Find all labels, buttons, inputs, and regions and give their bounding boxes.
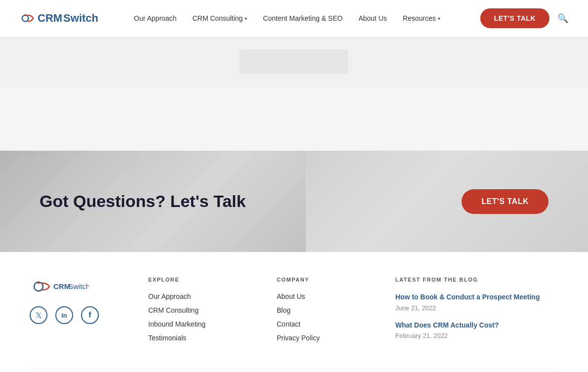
blog-post-1-title[interactable]: How to Book & Conduct a Prospect Meeting bbox=[395, 292, 558, 302]
facebook-icon: f bbox=[88, 311, 91, 320]
footer-logo-area: CRM Switch 𝕏 in f bbox=[30, 277, 128, 348]
logo-text: CRMSwitch bbox=[38, 12, 98, 25]
twitter-link[interactable]: 𝕏 bbox=[30, 306, 47, 324]
footer-link-our-approach[interactable]: Our Approach bbox=[148, 292, 257, 300]
footer-link-contact[interactable]: Contact bbox=[277, 320, 376, 328]
footer-company-column: COMPANY About Us Blog Contact Privacy Po… bbox=[277, 277, 376, 348]
cta-lets-talk-button[interactable]: LET'S TALK bbox=[462, 189, 548, 214]
company-title: COMPANY bbox=[277, 277, 376, 283]
blog-post-2-title[interactable]: What Does CRM Actually Cost? bbox=[395, 321, 558, 331]
nav-content-marketing[interactable]: Content Marketing & SEO bbox=[257, 10, 348, 26]
footer-link-crm-consulting[interactable]: CRM Consulting bbox=[148, 306, 257, 314]
top-content-area bbox=[0, 37, 588, 86]
blog-post-2-date: February 21, 2022 bbox=[395, 332, 558, 339]
cta-banner: Got Questions? Let's Talk LET'S TALK bbox=[0, 151, 588, 252]
footer-link-privacy-policy[interactable]: Privacy Policy bbox=[277, 334, 376, 342]
main-nav: Our Approach CRM Consulting ▾ Content Ma… bbox=[128, 10, 470, 26]
chevron-down-icon: ▾ bbox=[438, 16, 440, 21]
social-links: 𝕏 in f bbox=[30, 306, 128, 324]
chevron-down-icon: ▾ bbox=[245, 16, 247, 21]
svg-point-1 bbox=[24, 14, 26, 16]
nav-resources[interactable]: Resources ▾ bbox=[397, 10, 446, 26]
footer-link-testimonials[interactable]: Testimonials bbox=[148, 334, 257, 342]
footer-explore-column: EXPLORE Our Approach CRM Consulting Inbo… bbox=[148, 277, 257, 348]
site-header: CRMSwitch Our Approach CRM Consulting ▾ … bbox=[0, 0, 588, 37]
logo[interactable]: CRMSwitch bbox=[20, 10, 98, 26]
cta-title: Got Questions? Let's Talk bbox=[40, 191, 246, 211]
blog-post-2: What Does CRM Actually Cost? February 21… bbox=[395, 321, 558, 340]
nav-our-approach[interactable]: Our Approach bbox=[128, 10, 182, 26]
linkedin-link[interactable]: in bbox=[55, 306, 73, 324]
explore-title: EXPLORE bbox=[148, 277, 257, 283]
footer-link-inbound-marketing[interactable]: Inbound Marketing bbox=[148, 320, 257, 328]
site-footer: CRM Switch 𝕏 in f EXPLORE Our Approach C… bbox=[0, 252, 588, 372]
search-button[interactable]: 🔍 bbox=[557, 13, 568, 24]
blog-post-1: How to Book & Conduct a Prospect Meeting… bbox=[395, 292, 558, 312]
footer-bottom: © 2022 CRM Switch. All rights reserved. … bbox=[30, 368, 558, 372]
linkedin-icon: in bbox=[61, 312, 67, 319]
nav-about-us[interactable]: About Us bbox=[352, 10, 393, 26]
top-content-placeholder bbox=[240, 49, 348, 74]
nav-crm-consulting[interactable]: CRM Consulting ▾ bbox=[186, 10, 253, 26]
blog-post-1-date: June 21, 2022 bbox=[395, 304, 558, 312]
lets-talk-button[interactable]: LET'S TALK bbox=[480, 8, 549, 28]
facebook-link[interactable]: f bbox=[81, 306, 99, 324]
footer-link-blog[interactable]: Blog bbox=[277, 306, 376, 314]
gray-spacer bbox=[0, 86, 588, 151]
twitter-icon: 𝕏 bbox=[36, 311, 42, 320]
search-icon: 🔍 bbox=[557, 13, 568, 23]
footer-blog-column: LATEST FROM THE BLOG How to Book & Condu… bbox=[395, 277, 558, 348]
svg-text:Switch: Switch bbox=[68, 282, 89, 290]
footer-logo[interactable]: CRM Switch bbox=[30, 277, 128, 296]
blog-title: LATEST FROM THE BLOG bbox=[395, 277, 558, 283]
svg-point-3 bbox=[38, 282, 40, 284]
footer-link-about-us[interactable]: About Us bbox=[277, 292, 376, 300]
